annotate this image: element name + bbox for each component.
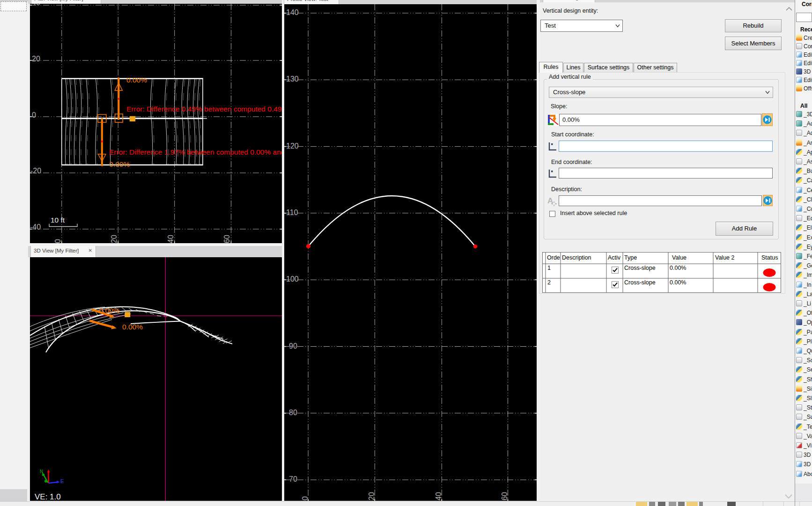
svg-text:110: 110 bbox=[286, 208, 298, 216]
svg-text:40: 40 bbox=[32, 4, 40, 7]
svg-text:60: 60 bbox=[223, 235, 231, 243]
svg-text:130: 130 bbox=[286, 75, 299, 83]
svg-text:70: 70 bbox=[289, 475, 297, 483]
svg-text:40: 40 bbox=[167, 235, 175, 243]
svg-text:90: 90 bbox=[289, 342, 297, 350]
svg-text:-40: -40 bbox=[30, 223, 41, 231]
svg-text:N: N bbox=[40, 469, 43, 474]
svg-text:0: 0 bbox=[301, 496, 309, 500]
svg-text:0.00%: 0.00% bbox=[99, 306, 120, 314]
svg-text:80: 80 bbox=[289, 409, 297, 417]
svg-text:20: 20 bbox=[110, 235, 118, 243]
svg-text:20: 20 bbox=[32, 55, 40, 63]
svg-text:0: 0 bbox=[32, 111, 36, 119]
svg-text:Error: Difference 0.49% betwee: Error: Difference 0.49% between computed… bbox=[126, 105, 282, 113]
svg-text:140: 140 bbox=[286, 8, 299, 16]
svg-text:Error: Difference 1.97% betwee: Error: Difference 1.97% between computed… bbox=[109, 148, 282, 156]
svg-text:100: 100 bbox=[286, 275, 299, 283]
svg-text:0.00%: 0.00% bbox=[109, 160, 130, 168]
svg-text:120: 120 bbox=[286, 142, 299, 150]
svg-text:0.00%: 0.00% bbox=[122, 323, 143, 331]
svg-text:20: 20 bbox=[368, 492, 376, 500]
svg-text:40: 40 bbox=[435, 492, 443, 500]
svg-text:E: E bbox=[60, 478, 64, 484]
svg-text:0: 0 bbox=[54, 239, 62, 243]
svg-text:0.00%: 0.00% bbox=[126, 76, 147, 84]
svg-text:VE: 1.0: VE: 1.0 bbox=[35, 492, 61, 501]
svg-text:-20: -20 bbox=[30, 167, 41, 175]
svg-text:10 ft: 10 ft bbox=[51, 216, 65, 224]
svg-text:60: 60 bbox=[501, 492, 509, 500]
